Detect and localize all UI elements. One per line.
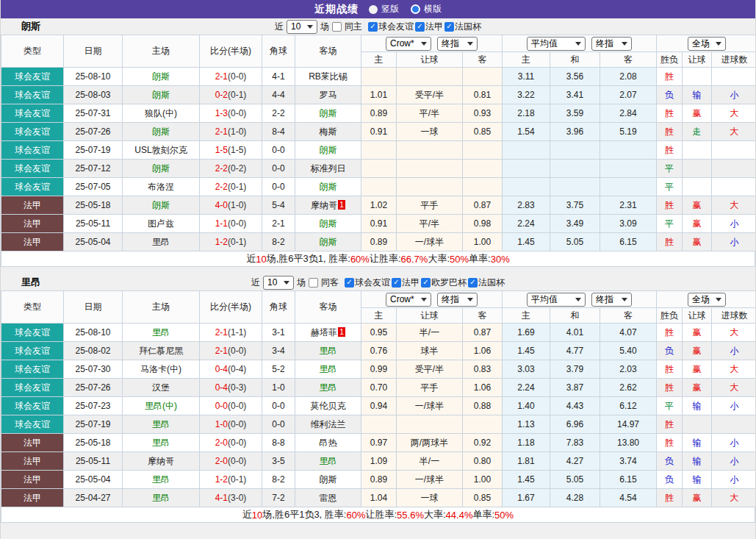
away-team[interactable]: 罗马	[320, 90, 337, 100]
scope-select[interactable]: 全场	[688, 37, 726, 51]
away-team[interactable]: 莫伦贝克	[311, 401, 346, 411]
home-team[interactable]: 摩纳哥	[148, 456, 174, 466]
home-team[interactable]: 里昂(中)	[145, 401, 177, 411]
same-venue-label: 同客	[321, 276, 339, 289]
home-team[interactable]: USL敦刻尔克	[134, 145, 187, 155]
competition-checkbox[interactable]: ✓	[368, 22, 378, 32]
match-row: 球会友谊 25-07-19 USL敦刻尔克 1-5(1-5) 0-0 朗斯 胜	[1, 141, 756, 160]
result-handicap-cell: 输	[683, 86, 712, 104]
recent-prefix-label: 近	[251, 276, 260, 289]
avg-source-select[interactable]: 平均值	[527, 293, 586, 307]
away-team-cell: 昂热	[295, 434, 361, 452]
competition-checkbox[interactable]: ✓	[415, 22, 425, 32]
odds-final-select[interactable]: 终指	[437, 37, 478, 51]
halftime-score: (0-0)	[228, 438, 246, 448]
match-row: 法甲 25-05-04 里昂 1-2(0-1) 8-2 朗斯 0.89 一/球半…	[1, 471, 756, 489]
competition-filter: ✓ 球会友谊	[368, 21, 414, 33]
avg-home-cell: 1.81	[503, 452, 550, 471]
halftime-score: (1-5)	[228, 145, 246, 155]
away-team[interactable]: 维利法兰	[311, 419, 346, 429]
away-team-cell: 罗马	[295, 86, 361, 104]
match-type-cell: 球会友谊	[1, 415, 64, 434]
odds-source-select[interactable]: Crow*	[386, 37, 431, 51]
avg-source-select[interactable]: 平均值	[527, 37, 586, 51]
home-team-cell: 狼队(中)	[123, 104, 200, 123]
fulltime-score: 4-0	[215, 200, 228, 210]
recent-count-select[interactable]: 10	[263, 276, 294, 290]
recent-count-select[interactable]: 10	[287, 20, 317, 34]
home-team[interactable]: 布洛涅	[148, 182, 174, 192]
avg-draw-cell: 4.27	[550, 452, 600, 471]
layout-radio-option[interactable]: 横版	[411, 3, 442, 15]
same-venue-checkbox[interactable]: ✓	[332, 22, 342, 32]
away-team[interactable]: 里昂	[320, 364, 337, 374]
away-team[interactable]: 昂热	[320, 438, 337, 448]
competition-checkbox[interactable]: ✓	[468, 278, 478, 288]
corner-cell: 2-2	[262, 104, 295, 123]
home-team[interactable]: 朗斯	[152, 126, 170, 137]
home-team[interactable]: 汉堡	[152, 382, 170, 393]
avg-draw-cell: 3.75	[550, 196, 600, 215]
avg-final-select[interactable]: 终指	[591, 293, 632, 307]
same-venue-checkbox[interactable]: ✓	[309, 278, 318, 288]
away-team[interactable]: 朗斯	[320, 218, 337, 229]
col-type: 类型	[1, 291, 64, 324]
result-wdl-cell: 胜	[657, 104, 683, 123]
away-team[interactable]: 朗斯	[320, 108, 337, 118]
result-handicap-cell: 赢	[683, 360, 712, 379]
away-team[interactable]: RB莱比锡	[309, 71, 348, 82]
home-team[interactable]: 里昂	[152, 237, 170, 247]
avg-away-cell	[600, 178, 657, 196]
home-team[interactable]: 朗斯	[152, 163, 170, 174]
away-team[interactable]: 里昂	[320, 346, 337, 356]
away-team[interactable]: 摩纳哥	[311, 200, 337, 210]
home-team[interactable]: 狼队(中)	[145, 108, 177, 118]
corner-cell: 0-0	[262, 160, 295, 178]
competition-checkbox[interactable]: ✓	[421, 278, 431, 288]
score-cell: 2-0(0-0)	[200, 434, 262, 452]
match-type-cell: 法甲	[1, 452, 64, 471]
away-team[interactable]: 朗斯	[320, 474, 337, 485]
competition-filter: ✓ 欧罗巴杯	[421, 276, 467, 289]
away-team[interactable]: 标准列日	[311, 163, 346, 174]
home-team[interactable]: 图卢兹	[148, 218, 174, 229]
home-team[interactable]: 朗斯	[152, 200, 170, 210]
home-team[interactable]: 朗斯	[152, 71, 170, 82]
away-team[interactable]: 朗斯	[320, 237, 337, 247]
home-team-cell: 里昂	[123, 471, 200, 489]
odds-home-cell	[361, 178, 397, 196]
avg-draw-cell	[550, 178, 600, 196]
avg-final-select[interactable]: 终指	[591, 37, 632, 51]
scope-select[interactable]: 全场	[688, 293, 726, 307]
match-date-cell: 25-05-18	[64, 196, 123, 215]
away-team[interactable]: 赫塔菲	[311, 327, 337, 338]
home-team[interactable]: 里昂	[152, 327, 170, 338]
away-team[interactable]: 里昂	[320, 382, 337, 393]
competition-checkbox[interactable]: ✓	[444, 22, 454, 32]
home-team[interactable]: 里昂	[152, 493, 170, 503]
home-team[interactable]: 里昂	[152, 474, 170, 485]
odds-home-cell: 1.09	[361, 452, 397, 471]
away-team[interactable]: 梅斯	[320, 126, 337, 137]
layout-radio-option[interactable]: 竖版	[369, 3, 399, 15]
check-icon: ✓	[422, 279, 428, 286]
away-team[interactable]: 朗斯	[320, 182, 337, 192]
odds-final-select[interactable]: 终指	[437, 293, 478, 307]
avg-away-cell: 2.84	[600, 104, 657, 123]
odds-source-select[interactable]: Crow*	[386, 293, 431, 307]
odds-home-cell: 0.89	[361, 233, 397, 251]
home-team[interactable]: 拜仁慕尼黑	[139, 346, 183, 356]
away-team[interactable]: 雷恩	[320, 493, 337, 503]
away-team[interactable]: 里昂	[320, 456, 337, 466]
home-team[interactable]: 里昂	[152, 419, 170, 429]
competition-checkbox[interactable]: ✓	[392, 278, 401, 288]
col-result-wdl: 胜负	[657, 308, 683, 324]
home-team[interactable]: 里昂	[152, 438, 170, 448]
away-team[interactable]: 朗斯	[320, 145, 337, 155]
check-icon: ✓	[370, 23, 375, 30]
result-wdl-cell: 平	[657, 397, 683, 415]
home-team[interactable]: 朗斯	[152, 90, 170, 100]
col-avg-draw: 和	[550, 52, 600, 68]
competition-checkbox[interactable]: ✓	[345, 278, 354, 288]
home-team[interactable]: 马洛卡(中)	[140, 364, 181, 374]
